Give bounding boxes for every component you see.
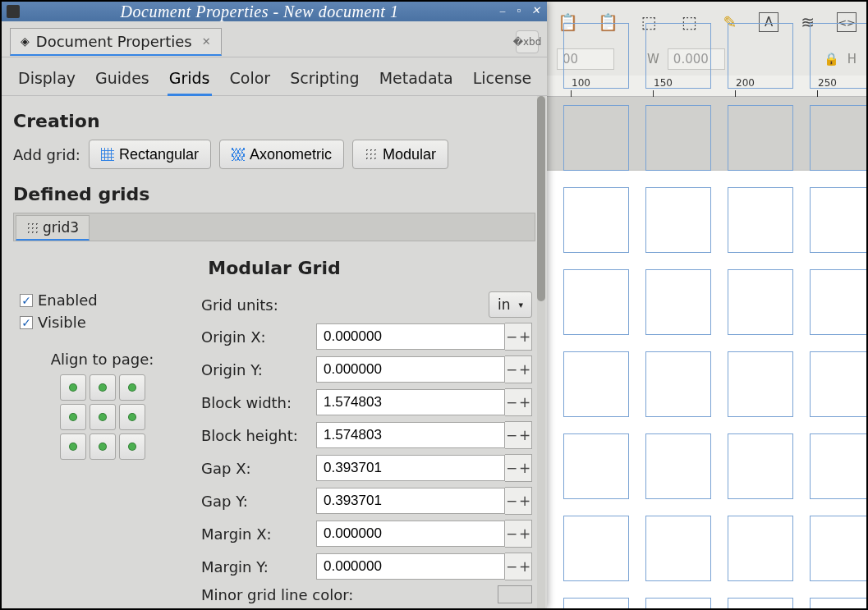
rectangular-button[interactable]: Rectangular <box>89 140 211 169</box>
origin-y-input[interactable] <box>316 356 505 383</box>
align-bl[interactable] <box>60 433 86 460</box>
modular-grid-title: Modular Grid <box>16 258 532 278</box>
grid-cell <box>728 516 793 581</box>
panel-menu-button[interactable]: �xbd <box>516 30 539 53</box>
enabled-checkbox[interactable] <box>20 294 33 307</box>
align-grid <box>20 374 185 460</box>
block-h-inc[interactable]: + <box>518 422 531 448</box>
enabled-row[interactable]: Enabled <box>20 291 185 309</box>
minor-color-label: Minor grid line color: <box>201 586 498 603</box>
tab-scripting[interactable]: Scripting <box>288 66 361 95</box>
block-w-dec[interactable]: − <box>505 389 518 415</box>
maximize-button[interactable]: ▫ <box>512 6 526 17</box>
grid-cell <box>563 105 629 171</box>
block-h-dec[interactable]: − <box>505 422 518 448</box>
tab-guides[interactable]: Guides <box>94 66 151 95</box>
panel-tab-document-properties[interactable]: ◈ Document Properties ✕ <box>10 28 222 56</box>
grid-cell <box>645 433 711 499</box>
align-br[interactable] <box>119 433 145 460</box>
grid-units-select[interactable]: in▾ <box>489 291 532 318</box>
grid-cell <box>728 598 793 610</box>
block-width-input[interactable] <box>316 389 505 415</box>
titlebar[interactable]: Document Properties - New document 1 – ▫… <box>2 2 547 21</box>
grid-cell <box>563 516 629 581</box>
modular-button[interactable]: Modular <box>352 140 448 169</box>
margin-y-inc[interactable]: + <box>518 553 531 580</box>
margin-x-inc[interactable]: + <box>518 521 531 547</box>
align-to-page-label: Align to page: <box>20 351 185 368</box>
grid-cell <box>563 23 629 89</box>
grid-cell <box>645 269 711 335</box>
tab-metadata[interactable]: Metadata <box>378 66 455 95</box>
align-mr[interactable] <box>119 404 145 430</box>
gap-y-label: Gap Y: <box>201 493 316 510</box>
grid-cell <box>810 105 868 171</box>
grid-cell <box>563 598 629 610</box>
block-w-inc[interactable]: + <box>518 389 531 415</box>
origin-y-inc[interactable]: + <box>518 356 531 383</box>
scrollbar-thumb[interactable] <box>537 96 545 301</box>
close-tab-icon[interactable]: ✕ <box>202 35 211 48</box>
panel-tab-label: Document Properties <box>36 33 192 50</box>
align-ml[interactable] <box>60 404 86 430</box>
margin-y-input[interactable] <box>316 553 505 580</box>
grid-cell <box>645 516 711 581</box>
grid-units-label: Grid units: <box>201 296 316 314</box>
origin-x-inc[interactable]: + <box>518 323 531 350</box>
grid-cell <box>810 187 868 253</box>
visible-row[interactable]: Visible <box>20 314 185 331</box>
grid-cell <box>728 105 793 171</box>
visible-label: Visible <box>38 314 86 331</box>
close-button[interactable]: ✕ <box>529 6 542 17</box>
align-bc[interactable] <box>90 433 116 460</box>
grid-cell <box>563 433 629 499</box>
block-height-input[interactable] <box>316 422 505 448</box>
gap-y-dec[interactable]: − <box>505 488 518 514</box>
grid-cell <box>728 351 793 417</box>
chevron-down-icon: �xbd <box>513 36 542 48</box>
grid-cell <box>645 23 711 89</box>
align-tl[interactable] <box>60 374 86 401</box>
grid-tab-row: grid3 <box>13 213 535 241</box>
axonometric-button[interactable]: Axonometric <box>219 140 344 169</box>
grid-cell <box>563 351 629 417</box>
canvas[interactable]: // draw modular grid cells via JS so we … <box>547 97 866 608</box>
align-tc[interactable] <box>90 374 116 401</box>
gap-x-inc[interactable]: + <box>518 455 531 481</box>
align-mc[interactable] <box>90 404 116 430</box>
margin-x-dec[interactable]: − <box>505 521 518 547</box>
grid-cell <box>645 351 711 417</box>
modular-label: Modular <box>383 146 436 163</box>
grid-tab-label: grid3 <box>43 219 79 236</box>
minimize-button[interactable]: – <box>496 6 509 17</box>
major-color-swatch[interactable] <box>498 608 532 609</box>
minor-color-swatch[interactable] <box>498 585 532 603</box>
rectangular-label: Rectangular <box>119 146 199 163</box>
tab-grids[interactable]: Grids <box>168 66 212 96</box>
margin-x-input[interactable] <box>316 521 505 547</box>
grid-units-value: in <box>498 296 511 313</box>
visible-checkbox[interactable] <box>20 316 33 329</box>
grid-cell <box>645 598 711 610</box>
add-grid-row: Add grid: Rectangular Axonometric Modula… <box>13 140 535 169</box>
origin-x-dec[interactable]: − <box>505 323 518 350</box>
gap-x-dec[interactable]: − <box>505 455 518 481</box>
chevron-down-icon: ▾ <box>518 300 523 310</box>
axonometric-grid-icon <box>232 148 245 161</box>
window-title: Document Properties - New document 1 <box>26 2 493 21</box>
tab-license[interactable]: License <box>471 66 534 95</box>
gap-x-label: Gap X: <box>201 460 316 477</box>
document-properties-window: Document Properties - New document 1 – ▫… <box>2 2 547 608</box>
gap-y-inc[interactable]: + <box>518 488 531 514</box>
align-tr[interactable] <box>119 374 145 401</box>
origin-y-dec[interactable]: − <box>505 356 518 383</box>
grid-cell <box>810 433 868 499</box>
grid-tab-grid3[interactable]: grid3 <box>16 215 90 241</box>
margin-y-dec[interactable]: − <box>505 553 518 580</box>
tab-display[interactable]: Display <box>16 66 77 95</box>
tab-color[interactable]: Color <box>228 66 273 95</box>
gap-y-input[interactable] <box>316 488 505 514</box>
defined-grids-heading: Defined grids <box>13 184 535 204</box>
gap-x-input[interactable] <box>316 455 505 481</box>
origin-x-input[interactable] <box>316 323 505 350</box>
